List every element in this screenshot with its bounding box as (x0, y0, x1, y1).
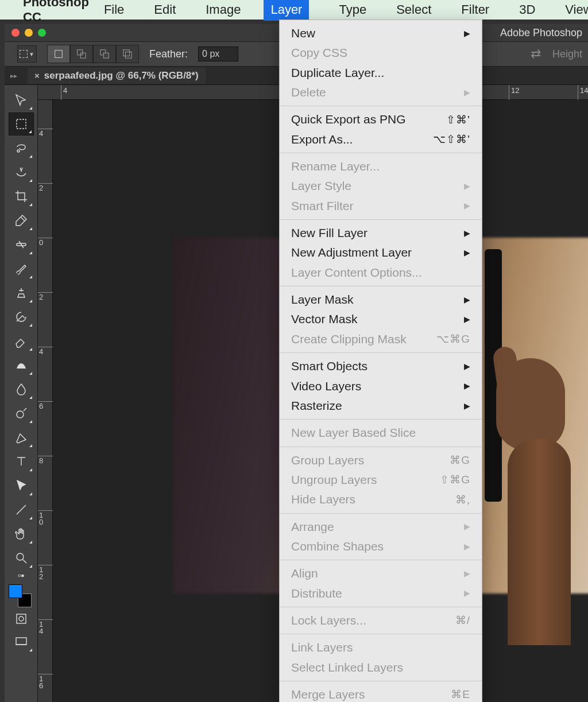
close-tab-icon[interactable]: × (34, 71, 40, 80)
document-tab-label: serpaafeed.jpg @ 66,7% (RGB/8*) (44, 70, 199, 82)
menu-separator (280, 106, 482, 106)
menu-separator (280, 219, 482, 220)
default-colors-icon[interactable]: ▫▪ (9, 571, 34, 581)
selection-new-button[interactable] (47, 45, 70, 63)
healing-brush-tool[interactable] (9, 233, 34, 256)
brush-tool[interactable] (9, 257, 34, 280)
ruler-tick: 10 (38, 510, 53, 525)
minimize-window-button[interactable] (25, 29, 33, 37)
menu-item-copy-css: Copy CSS (280, 43, 482, 63)
expand-panels-icon[interactable]: ▸▸ (10, 72, 17, 80)
hand-tool[interactable] (9, 522, 34, 545)
selection-subtract-button[interactable] (93, 45, 116, 63)
menu-separator (280, 352, 482, 353)
menu-filter[interactable]: Filter (461, 2, 489, 17)
clone-stamp-tool[interactable] (9, 281, 34, 304)
ruler-tick: 2 (38, 292, 53, 301)
quick-mask-toggle[interactable] (9, 607, 34, 630)
menu-separator (280, 286, 482, 286)
svg-rect-0 (55, 51, 63, 58)
menu-item-combine-shapes: Combine Shapes▶ (280, 537, 482, 556)
ruler-tick: 12 (509, 85, 519, 100)
menu-item-layer-mask[interactable]: Layer Mask▶ (280, 290, 482, 309)
layer-menu-dropdown: New▶Copy CSSDuplicate Layer...Delete▶Qui… (279, 20, 482, 702)
menu-item-vector-mask[interactable]: Vector Mask▶ (280, 309, 482, 329)
menu-item-select-linked-layers: Select Linked Layers (280, 658, 482, 677)
window-traffic-lights (11, 29, 46, 37)
eyedropper-tool[interactable] (9, 209, 34, 232)
menu-item-smart-objects[interactable]: Smart Objects▶ (280, 356, 482, 376)
tool-preset-picker[interactable]: ▼ (17, 45, 37, 63)
menu-layer[interactable]: Layer (264, 0, 309, 21)
ruler-tick: 8 (38, 456, 53, 464)
menu-file[interactable]: File (104, 2, 124, 17)
dodge-tool[interactable] (9, 402, 34, 425)
lasso-tool[interactable] (9, 137, 34, 160)
menu-3d[interactable]: 3D (519, 2, 535, 17)
marquee-tool[interactable] (9, 113, 34, 135)
quick-select-tool[interactable] (9, 161, 34, 184)
menu-separator (280, 634, 482, 634)
menu-item-rasterize[interactable]: Rasterize▶ (280, 396, 482, 416)
selection-add-button[interactable] (70, 45, 93, 63)
svg-rect-5 (123, 50, 130, 56)
zoom-tool[interactable] (9, 546, 34, 569)
menu-edit[interactable]: Edit (154, 2, 176, 17)
svg-point-10 (17, 411, 24, 418)
image-content-hand (473, 347, 588, 645)
eraser-tool[interactable] (9, 329, 34, 352)
menu-item-delete: Delete▶ (280, 83, 482, 102)
swap-icon[interactable]: ⇄ (531, 46, 541, 61)
crop-tool[interactable] (9, 185, 34, 208)
vertical-ruler[interactable]: 420246810121416 (38, 100, 53, 702)
ruler-tick: 4 (61, 85, 67, 100)
menu-item-duplicate-layer[interactable]: Duplicate Layer... (280, 63, 482, 83)
mac-menubar: Photoshop CC FileEditImageLayerTypeSelec… (0, 0, 588, 20)
feather-input[interactable] (198, 46, 238, 61)
height-label: Height (552, 48, 582, 60)
history-brush-tool[interactable] (9, 305, 34, 328)
menu-item-align: Align▶ (280, 564, 482, 583)
menu-select[interactable]: Select (396, 2, 431, 17)
menu-item-rename-layer: Rename Layer... (280, 157, 482, 176)
document-tab[interactable]: × serpaafeed.jpg @ 66,7% (RGB/8*) (28, 68, 206, 84)
path-select-tool[interactable] (9, 474, 34, 497)
menu-separator (280, 513, 482, 514)
menu-item-export-as[interactable]: Export As...⌥⇧⌘' (280, 130, 482, 149)
menu-separator (280, 419, 482, 420)
ruler-tick: 0 (38, 238, 53, 246)
menu-item-distribute: Distribute▶ (280, 584, 482, 603)
blur-tool[interactable] (9, 378, 34, 401)
color-swatches[interactable] (9, 584, 32, 607)
menu-item-link-layers: Link Layers (280, 638, 482, 657)
menu-item-layer-content-options: Layer Content Options... (280, 263, 482, 282)
menu-item-arrange: Arrange▶ (280, 517, 482, 537)
screen-mode-toggle[interactable] (9, 630, 34, 653)
menu-item-merge-layers: Merge Layers⌘E (280, 685, 482, 702)
menu-image[interactable]: Image (206, 2, 241, 17)
selection-mode-segmented (47, 45, 139, 63)
menu-separator (280, 153, 482, 153)
menu-item-new-fill-layer[interactable]: New Fill Layer▶ (280, 223, 482, 243)
menu-item-video-layers[interactable]: Video Layers▶ (280, 377, 482, 396)
menu-item-new[interactable]: New▶ (280, 24, 482, 43)
line-tool[interactable] (9, 498, 34, 521)
menu-view[interactable]: View (565, 2, 588, 17)
selection-intersect-button[interactable] (116, 45, 139, 63)
menu-type[interactable]: Type (339, 2, 366, 17)
maximize-window-button[interactable] (38, 29, 46, 37)
svg-rect-2 (80, 53, 86, 58)
move-tool[interactable] (9, 88, 34, 111)
ruler-tick: 4 (38, 347, 53, 355)
menu-item-new-adjustment-layer[interactable]: New Adjustment Layer▶ (280, 243, 482, 262)
menu-item-layer-style: Layer Style▶ (280, 176, 482, 196)
close-window-button[interactable] (11, 29, 20, 37)
type-tool[interactable] (9, 450, 34, 473)
gradient-tool[interactable] (9, 354, 34, 377)
ruler-tick: 6 (38, 401, 53, 410)
svg-point-8 (17, 150, 20, 152)
ruler-tick: 14 (38, 619, 53, 634)
menu-item-quick-export-as-png[interactable]: Quick Export as PNG⇧⌘' (280, 110, 482, 129)
pen-tool[interactable] (9, 426, 34, 449)
svg-rect-6 (125, 52, 131, 58)
